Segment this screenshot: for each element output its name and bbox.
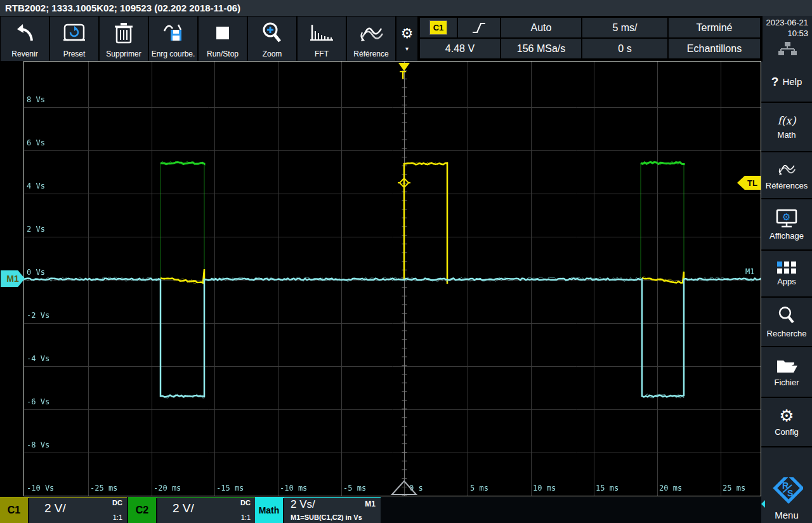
- axis-label: -10 ms: [280, 484, 307, 493]
- c2-scale: 2 V/: [173, 501, 194, 515]
- timebase-cell[interactable]: 5 ms/: [582, 18, 667, 37]
- axis-label: 6 Vs: [27, 138, 45, 147]
- reference-button[interactable]: Référence: [347, 17, 395, 61]
- math-settings-cell[interactable]: 2 Vs/ M1 M1=SUB(C1,C2) in Vs: [284, 498, 381, 523]
- c1-channel-badge[interactable]: C1: [0, 498, 28, 523]
- preset-loop-icon: [50, 17, 98, 50]
- sidebar-item-help[interactable]: ? Help: [761, 62, 812, 102]
- time-text: 10:53: [763, 29, 808, 39]
- acquisition-mode-value: Echantillons: [687, 43, 742, 55]
- c1-probe: 1:1: [113, 513, 122, 521]
- apps-grid-icon: [777, 262, 796, 274]
- math-label: Math: [778, 130, 796, 140]
- trigger-slope-cell[interactable]: [458, 18, 500, 37]
- supprimer-button[interactable]: Supprimer: [100, 17, 148, 61]
- sidebar-item-config[interactable]: ⚙ Config: [761, 398, 812, 446]
- c1-block: C1 2 V/ DC 1:1: [0, 498, 127, 523]
- axis-label: -8 Vs: [27, 440, 49, 449]
- stop-square-icon: [199, 17, 247, 50]
- rising-edge-icon: [471, 21, 487, 35]
- c2-coupling: DC: [240, 499, 251, 506]
- axis-label: -20 ms: [154, 484, 181, 493]
- c1-settings-cell[interactable]: 2 V/ DC 1:1: [29, 498, 127, 523]
- math-m1-label: M1: [365, 500, 376, 508]
- sample-rate-value: 156 MSa/s: [517, 43, 565, 55]
- enrg-courbe-button[interactable]: Enrg courbe.: [149, 17, 197, 61]
- sidebar-item-fichier[interactable]: Fichier: [761, 347, 812, 397]
- spectrum-bars-icon: [298, 17, 346, 50]
- gear-icon: ⚙: [779, 407, 794, 424]
- axis-label: 2 Vs: [27, 225, 45, 234]
- references-label: Références: [766, 181, 808, 190]
- c2-probe: 1:1: [241, 513, 251, 521]
- trigger-t-symbol[interactable]: T: [400, 69, 406, 82]
- trigger-point-diamond[interactable]: [398, 176, 410, 189]
- c1-scale: 2 V/: [44, 501, 66, 515]
- m1-trace-label: M1: [745, 267, 754, 276]
- c2-settings-cell[interactable]: 2 V/ DC 1:1: [157, 498, 255, 523]
- bottom-scroll-arrow-icon[interactable]: [761, 500, 765, 508]
- horizontal-position-value: 0 s: [618, 43, 631, 55]
- axis-label: 25 ms: [723, 484, 745, 493]
- search-icon: [776, 305, 797, 326]
- preset-button[interactable]: Preset: [50, 17, 98, 61]
- sidebar-item-menu[interactable]: R S Menu: [761, 447, 812, 523]
- chevron-down-icon: ▾: [405, 45, 409, 52]
- enrg-courbe-label: Enrg courbe.: [152, 50, 195, 61]
- graph-area[interactable]: [23, 61, 761, 496]
- run-stop-button[interactable]: Run/Stop: [199, 17, 247, 61]
- sidebar-item-recherche[interactable]: Recherche: [761, 298, 812, 346]
- device-id-text: RTB2002; 1333.1005K02; 109523 (02.202 20…: [5, 3, 240, 13]
- c2-channel-badge[interactable]: C2: [128, 498, 156, 523]
- horizontal-position-cell[interactable]: 0 s: [582, 39, 667, 58]
- math-block: Math 2 Vs/ M1 M1=SUB(C1,C2) in Vs: [255, 498, 381, 523]
- supprimer-label: Supprimer: [106, 50, 141, 61]
- axis-label: 15 ms: [596, 484, 619, 493]
- recherche-label: Recherche: [767, 329, 807, 338]
- fft-label: FFT: [315, 50, 329, 61]
- toolbar-settings-button[interactable]: ⚙ ▾: [396, 17, 417, 61]
- axis-label: -2 Vs: [27, 311, 49, 320]
- apps-label: Apps: [777, 277, 796, 286]
- revenir-label: Revenir: [11, 50, 37, 61]
- axis-label: 10 ms: [533, 484, 556, 493]
- axis-label: 20 ms: [659, 484, 682, 493]
- bottom-bar: C1 2 V/ DC 1:1 C2 2 V/ DC 1:1 Math 2 Vs/…: [0, 497, 761, 523]
- sidebar-item-references[interactable]: Références: [761, 152, 812, 198]
- sidebar-item-affichage[interactable]: ⚙ Affichage: [761, 199, 812, 249]
- m1-reference-badge[interactable]: M1: [1, 270, 25, 287]
- sample-rate-cell[interactable]: 156 MSa/s: [501, 39, 581, 58]
- trigger-source-cell[interactable]: C1: [420, 18, 457, 37]
- waveform-canvas[interactable]: [24, 62, 761, 496]
- sidebar-item-apps[interactable]: Apps: [761, 251, 812, 296]
- fft-button[interactable]: FFT: [298, 17, 346, 61]
- axis-label: 5 ms: [470, 484, 488, 493]
- axis-label: -15 ms: [216, 484, 244, 493]
- rs-logo-icon: R S: [770, 477, 803, 506]
- sidebar-item-math[interactable]: f(x) Math: [761, 103, 812, 151]
- trigger-level-cell[interactable]: 4.48 V: [420, 39, 500, 58]
- revenir-button[interactable]: Revenir: [1, 17, 49, 61]
- axis-label: -6 Vs: [27, 397, 49, 406]
- datetime-block[interactable]: 2023-06-21 10:53: [763, 16, 812, 62]
- acquisition-mode-cell[interactable]: Echantillons: [669, 39, 760, 58]
- menu-label: Menu: [775, 510, 799, 520]
- acquisition-state-cell[interactable]: Terminé: [669, 18, 760, 37]
- fx-icon: f(x): [777, 114, 796, 127]
- reference-waves-icon: [775, 160, 798, 178]
- axis-label: 4 Vs: [27, 182, 45, 190]
- gear-icon: ⚙: [401, 25, 414, 41]
- acquisition-state-value: Terminé: [697, 22, 733, 34]
- axis-label: 8 Vs: [27, 95, 45, 104]
- trigger-mode-cell[interactable]: Auto: [501, 18, 581, 37]
- math-badge[interactable]: Math: [255, 498, 283, 523]
- c1-coupling: DC: [112, 499, 122, 506]
- oscilloscope-screen: RTB2002; 1333.1005K02; 109523 (02.202 20…: [0, 0, 812, 523]
- reference-waves-icon: [347, 17, 395, 50]
- zero-time-marker[interactable]: [390, 479, 418, 496]
- question-mark-icon: ?: [771, 75, 779, 89]
- title-bar: RTB2002; 1333.1005K02; 109523 (02.202 20…: [0, 0, 812, 16]
- svg-text:⚙: ⚙: [782, 211, 790, 223]
- trigger-level-value: 4.48 V: [445, 43, 475, 55]
- zoom-button[interactable]: Zoom: [248, 17, 296, 61]
